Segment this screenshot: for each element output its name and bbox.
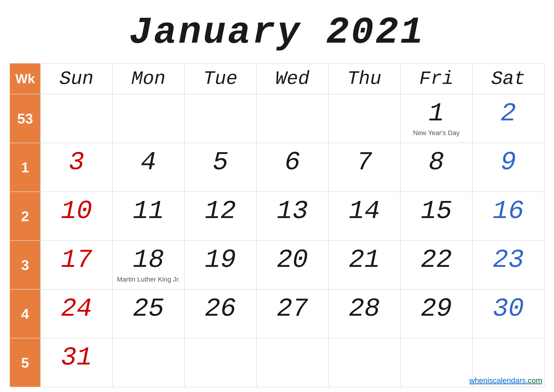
empty-cell: [329, 338, 401, 387]
day-number-30: 30: [493, 294, 524, 323]
day-number-9: 9: [500, 148, 516, 176]
day-name-wed: Wed: [275, 68, 309, 90]
day-number-24: 24: [61, 294, 92, 323]
watermark[interactable]: wheniscalendars.com: [469, 376, 542, 385]
empty-cell: [257, 338, 329, 387]
day-number-28: 28: [349, 294, 380, 323]
day-number-29: 29: [421, 294, 452, 323]
header-mon: Mon: [113, 63, 185, 94]
day-name-sun: Sun: [59, 68, 94, 90]
day-name-thu: Thu: [347, 68, 381, 90]
week-num-53: 53: [17, 111, 33, 127]
day-name-fri: Fri: [419, 68, 453, 90]
header-tue: Tue: [185, 63, 257, 94]
calendar-grid: Wk Sun Mon Tue Wed Thu Fri Sat 53: [9, 63, 545, 387]
day-number-26: 26: [205, 294, 236, 323]
day-number-8: 8: [429, 148, 444, 176]
week-number-2: 2: [10, 192, 41, 241]
week-header-label: Wk: [10, 63, 41, 94]
week-number-4: 4: [10, 290, 41, 338]
calendar-title: January 2021: [9, 5, 545, 63]
day-cell-jan-6: 6: [257, 143, 329, 192]
watermark-blue: wheniscalendars: [469, 376, 526, 385]
day-cell-jan-16: 16: [472, 192, 545, 241]
day-number-4: 4: [141, 148, 156, 176]
day-cell-jan-17: 17: [41, 241, 113, 290]
day-cell-jan-10: 10: [41, 192, 113, 241]
header-fri: Fri: [401, 63, 472, 94]
day-number-13: 13: [277, 197, 308, 225]
empty-cell: [113, 338, 185, 387]
day-number-15: 15: [421, 197, 452, 225]
day-cell-jan-20: 20: [257, 241, 329, 290]
day-name-sat: Sat: [491, 68, 525, 90]
day-cell-jan-2: 2: [472, 94, 545, 143]
day-name-tue: Tue: [203, 68, 238, 90]
week-num-5: 5: [21, 355, 29, 371]
week-num-2: 2: [21, 208, 29, 224]
day-cell-jan-25: 25: [113, 290, 185, 338]
day-cell-jan-9: 9: [472, 143, 545, 192]
week-number-5: 5: [10, 338, 41, 387]
day-number-3: 3: [69, 148, 84, 176]
day-cell-jan-13: 13: [257, 192, 329, 241]
holiday-mlk: Martin Luther King Jr.: [117, 275, 180, 283]
day-number-2: 2: [500, 99, 516, 128]
day-cell-jan-30: 30: [472, 290, 545, 338]
day-cell-jan-22: 22: [401, 241, 472, 290]
day-cell-jan-24: 24: [41, 290, 113, 338]
day-number-22: 22: [421, 245, 452, 274]
day-cell-jan-11: 11: [113, 192, 185, 241]
day-number-14: 14: [349, 197, 380, 225]
day-number-10: 10: [61, 197, 92, 225]
day-number-5: 5: [213, 148, 228, 176]
day-number-18: 18: [133, 245, 164, 274]
week-num-3: 3: [21, 257, 29, 273]
week-num-4: 4: [21, 306, 29, 322]
watermark-green: .com: [526, 376, 542, 385]
day-number-19: 19: [205, 245, 236, 274]
day-cell-jan-14: 14: [329, 192, 401, 241]
week-number-1: 1: [10, 143, 41, 192]
day-cell-jan-4: 4: [113, 143, 185, 192]
day-cell-jan-15: 15: [401, 192, 472, 241]
empty-cell: [329, 94, 401, 143]
day-number-20: 20: [277, 245, 308, 274]
day-number-11: 11: [133, 197, 164, 225]
empty-cell: [185, 94, 257, 143]
week-num-1: 1: [21, 159, 29, 176]
day-cell-jan-19: 19: [185, 241, 257, 290]
day-cell-jan-7: 7: [329, 143, 401, 192]
empty-cell: [257, 94, 329, 143]
holiday-new-years-day: New Year's Day: [413, 129, 460, 137]
empty-cell: [41, 94, 113, 143]
day-cell-jan-28: 28: [329, 290, 401, 338]
day-number-12: 12: [205, 197, 236, 225]
day-cell-jan-18: 18 Martin Luther King Jr.: [113, 241, 185, 290]
day-cell-jan-8: 8: [401, 143, 472, 192]
header-thu: Thu: [329, 63, 401, 94]
day-number-25: 25: [133, 294, 164, 323]
header-sat: Sat: [472, 63, 545, 94]
day-cell-jan-5: 5: [185, 143, 257, 192]
day-number-17: 17: [61, 245, 92, 274]
empty-cell: [185, 338, 257, 387]
day-number-23: 23: [493, 245, 524, 274]
wk-label: Wk: [15, 71, 35, 86]
day-number-21: 21: [349, 245, 380, 274]
day-cell-jan-31: 31: [41, 338, 113, 387]
day-cell-jan-29: 29: [401, 290, 472, 338]
day-number-7: 7: [356, 148, 372, 176]
header-sun: Sun: [41, 63, 113, 94]
day-name-mon: Mon: [132, 68, 166, 90]
day-cell-jan-23: 23: [472, 241, 545, 290]
day-number-16: 16: [493, 197, 524, 225]
day-cell-jan-1: 1 New Year's Day: [401, 94, 472, 143]
day-cell-jan-26: 26: [185, 290, 257, 338]
week-number-53: 53: [10, 94, 41, 143]
empty-cell: [401, 338, 472, 387]
week-number-3: 3: [10, 241, 41, 290]
day-number-6: 6: [284, 148, 300, 176]
day-cell-jan-27: 27: [257, 290, 329, 338]
header-wed: Wed: [257, 63, 329, 94]
